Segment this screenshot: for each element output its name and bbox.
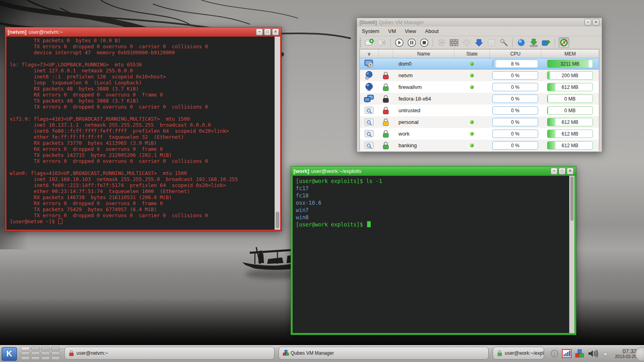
green-lock-icon (378, 83, 393, 91)
close-icon[interactable]: ✕ (567, 168, 574, 175)
pause-vm-icon[interactable] (407, 38, 417, 47)
vm-state (454, 74, 489, 77)
work-terminal-window: [work] user@work:~/exploits – □ ✕ [user@… (291, 166, 576, 335)
scrollbar[interactable] (569, 176, 574, 333)
vm-row-untrusted[interactable]: untrusted0 %0 MB (360, 105, 599, 116)
menu-vm[interactable]: VM (388, 28, 396, 34)
mem-meter: 612 MB (547, 141, 593, 150)
mem-meter: 612 MB (547, 130, 593, 138)
column-mem[interactable]: MEM (541, 49, 599, 58)
vm-name: work (393, 131, 454, 137)
clock-toggle-icon[interactable] (559, 37, 569, 48)
cpu-meter: 8 % (492, 60, 538, 68)
scrollbar-thumb[interactable] (570, 177, 574, 221)
netvm-title-prefix: [netvm] (8, 29, 27, 35)
maximize-icon[interactable]: □ (264, 29, 271, 35)
vm-manager-titlebar[interactable]: [Dom0] Qubes VM Manager – ✕ (357, 18, 602, 27)
vm-row-firewallvm[interactable]: firewallvm0 %612 MB (360, 81, 599, 93)
red-lock-icon (378, 71, 393, 80)
kde-menu-button[interactable]: K (2, 347, 17, 361)
pager-cell[interactable] (21, 347, 30, 350)
vm-row-netvm[interactable]: netvm0 %200 MB (360, 70, 599, 81)
network-signal-icon[interactable] (562, 349, 572, 358)
maximize-icon[interactable]: □ (559, 168, 566, 175)
sync-refresh-icon[interactable] (541, 38, 551, 47)
update-arrow-icon[interactable] (474, 38, 484, 47)
column-cpu[interactable]: CPU (489, 49, 541, 58)
expand-arrow-icon[interactable] (601, 351, 609, 356)
command-line: [user@work exploits]$ ls -1 (296, 178, 574, 185)
toolbar-drag-handle[interactable] (359, 38, 361, 47)
netvm-terminal-window: [netvm] user@netvm:~ – □ ✕ TX packets 0 … (5, 27, 282, 231)
green-lock-icon (378, 130, 393, 138)
column-lock[interactable] (378, 49, 393, 58)
pager-cell[interactable] (21, 356, 30, 360)
work-terminal-output: [user@work exploits]$ ls -1fc17fc18osx-1… (293, 176, 574, 333)
microphone-icon[interactable] (499, 38, 509, 47)
pager-cell[interactable] (21, 352, 30, 355)
netvm-prompt-line: [user@netvm ~]$ (6, 218, 280, 224)
pager-cell[interactable] (51, 352, 60, 355)
vm-row-fedora-18-x64[interactable]: fedora-18-x640 %0 MB (360, 93, 599, 105)
pager-cell[interactable] (41, 347, 50, 350)
menu-about[interactable]: About (425, 28, 439, 34)
work-title: user@work:~/exploits (311, 168, 361, 174)
scrollbar-thumb[interactable] (276, 212, 279, 228)
work-titlebar[interactable]: [work] user@work:~/exploits – □ ✕ (291, 167, 576, 176)
network-globe-icon[interactable] (516, 38, 526, 47)
vm-row-banking[interactable]: banking0 %612 MB (360, 140, 599, 151)
vm-name: fedora-18-x64 (393, 96, 454, 102)
minimize-icon[interactable]: – (584, 19, 591, 26)
mem-meter: 0 MB (547, 106, 593, 115)
column-state[interactable]: State (454, 49, 489, 58)
pager-cell[interactable] (31, 356, 40, 360)
info-icon[interactable]: i (551, 350, 559, 358)
menu-view[interactable]: View (405, 28, 416, 34)
close-icon[interactable]: ✕ (592, 19, 599, 26)
download-updates-icon[interactable] (529, 38, 539, 47)
template-diamond-icon[interactable] (462, 38, 471, 47)
vm-manager-window: [Dom0] Qubes VM Manager – ✕ System VM Vi… (357, 18, 602, 152)
menu-system[interactable]: System (362, 28, 379, 34)
pager-cell[interactable] (51, 347, 60, 350)
vm-state (454, 144, 489, 147)
vmm-title-prefix: [Dom0] (359, 20, 377, 25)
close-icon[interactable]: ✕ (272, 29, 279, 35)
pager-cell[interactable] (41, 352, 50, 355)
vm-state (454, 120, 489, 124)
taskbar-button-3[interactable]: user@work:~/exploits (493, 347, 544, 360)
pager-cell[interactable] (51, 356, 60, 360)
remove-vm-icon[interactable] (377, 38, 387, 47)
minimize-icon[interactable]: – (256, 29, 263, 35)
vm-settings-gear-icon[interactable] (437, 38, 446, 47)
vm-name: banking (393, 142, 454, 148)
edit-labels-icon[interactable]: a (487, 38, 496, 47)
clock-widget[interactable]: 07:33 2013-02-25 (615, 348, 637, 359)
clock-date: 2013-02-25 (615, 354, 637, 359)
start-vm-icon[interactable] (394, 38, 404, 47)
red-lock-icon (69, 350, 74, 356)
window-search-icon (360, 141, 378, 150)
minimize-icon[interactable]: – (551, 168, 557, 175)
shutdown-vm-icon[interactable] (419, 38, 429, 47)
window-search-icon (360, 130, 378, 138)
column-sort[interactable]: ∨ (360, 49, 378, 58)
firewall-icon[interactable] (449, 38, 459, 47)
create-vm-icon[interactable] (365, 38, 374, 47)
scrollbar[interactable] (275, 37, 280, 230)
pager-cell[interactable] (31, 352, 40, 355)
volume-icon[interactable] (588, 349, 598, 358)
vm-row-work[interactable]: work0 %612 MB (360, 128, 599, 140)
vmm-menubar: System VM View About (357, 27, 602, 36)
pager-cell[interactable] (41, 356, 50, 360)
taskbar-button-1[interactable]: user@netvm:~ (64, 347, 275, 360)
vm-name: firewallvm (393, 84, 454, 90)
vm-row-personal[interactable]: personal0 %612 MB (360, 116, 599, 128)
column-name[interactable]: Name (393, 49, 454, 58)
pager-cell[interactable] (31, 347, 40, 350)
netvm-titlebar[interactable]: [netvm] user@netvm:~ – □ ✕ (5, 27, 281, 37)
clock-time: 07:33 (615, 348, 637, 354)
qubes-tray-icon[interactable] (575, 349, 584, 358)
taskbar-button-2[interactable]: Qubes VM Manager (279, 347, 489, 360)
vm-row-dom0[interactable]: dom08 %3211 MB (360, 58, 599, 70)
